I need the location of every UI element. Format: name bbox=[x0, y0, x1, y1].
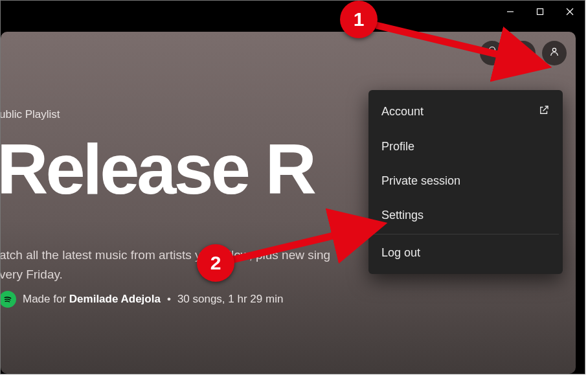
app-window: ublic Playlist Release R atch all the la… bbox=[0, 0, 585, 374]
annotation-step-1: 1 bbox=[340, 1, 378, 38]
annotation-arrow-2 bbox=[1, 1, 586, 375]
annotation-step-2: 2 bbox=[197, 244, 234, 282]
svg-line-8 bbox=[232, 226, 374, 260]
